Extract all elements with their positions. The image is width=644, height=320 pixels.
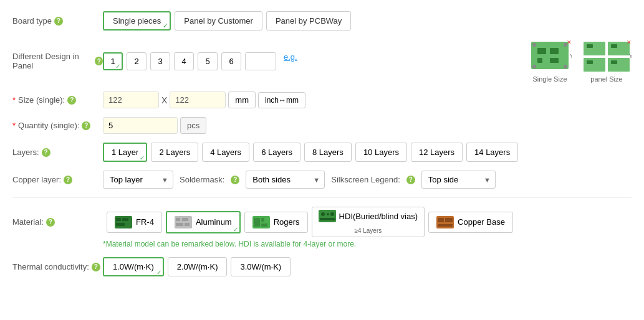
different-design-label: Different Design in Panel ? <box>12 52 103 70</box>
quantity-label: * Quantity (single): ? <box>12 121 103 130</box>
svg-rect-5 <box>537 48 546 54</box>
copper-base-icon <box>436 216 454 228</box>
material-rogers-label: Rogers <box>274 217 300 227</box>
layer-10[interactable]: 10 Layers <box>355 143 407 162</box>
design-num-4[interactable]: 4 <box>174 52 194 70</box>
thermal-row: Thermal conductivity: ? 1.0W/(m·K) 2.0W/… <box>12 257 632 276</box>
svg-rect-6 <box>550 48 559 54</box>
size-x-separator: X <box>161 95 167 105</box>
divider <box>12 197 632 198</box>
size-label: * Size (single): ? <box>12 95 103 105</box>
design-num-2[interactable]: 2 <box>127 52 147 70</box>
rogers-icon <box>252 216 270 228</box>
layers-label: Layers: ? <box>12 148 103 157</box>
material-aluminum[interactable]: Aluminum <box>166 211 241 233</box>
thermal-3[interactable]: 3.0W/(m·K) <box>231 257 291 276</box>
board-type-help-icon[interactable]: ? <box>54 17 63 26</box>
svg-point-35 <box>321 212 325 216</box>
panel-size-svg: ✕ Y <box>582 39 632 73</box>
size-inputs: X mm inch↔mm <box>103 92 305 108</box>
layers-help-icon[interactable]: ? <box>42 148 50 157</box>
different-design-help-icon[interactable]: ? <box>95 57 103 65</box>
svg-rect-27 <box>182 218 188 221</box>
material-copper-base[interactable]: Copper Base <box>428 212 513 233</box>
design-num-custom[interactable] <box>245 52 276 70</box>
pcb-preview: ✕ Y Single Size <box>528 39 632 83</box>
different-design-options: 1 2 3 4 5 6 e.g. <box>103 52 297 70</box>
copper-layer-label: Copper layer: ? <box>12 175 103 184</box>
thermal-1[interactable]: 1.0W/(m·K) <box>103 257 164 276</box>
svg-rect-38 <box>320 218 335 220</box>
quantity-help-icon[interactable]: ? <box>82 121 90 130</box>
layer-14[interactable]: 14 Layers <box>466 143 518 162</box>
design-num-3[interactable]: 3 <box>150 52 170 70</box>
material-note: *Material model can be remarked below. H… <box>103 240 356 248</box>
soldermask-help-icon[interactable]: ? <box>231 176 239 184</box>
silkscreen-select-wrapper: Top side Bottom side Both sides No silks… <box>421 171 496 189</box>
size-help-icon[interactable]: ? <box>67 96 76 105</box>
svg-rect-24 <box>116 223 125 226</box>
material-copper-base-label: Copper Base <box>458 217 505 227</box>
svg-point-37 <box>330 212 334 216</box>
design-num-6[interactable]: 6 <box>221 52 241 70</box>
size-row: * Size (single): ? X mm inch↔mm <box>12 92 632 108</box>
layer-12[interactable]: 12 Layers <box>411 143 463 162</box>
svg-text:✕: ✕ <box>567 39 572 45</box>
panel-size-label: panel Size <box>590 75 622 83</box>
size-width-input[interactable] <box>103 92 159 108</box>
layers-row: Layers: ? 1 Layer 2 Layers 4 Layers 6 La… <box>12 143 632 162</box>
board-type-panel-pcbway[interactable]: Panel by PCBWay <box>266 11 351 31</box>
panel-size-preview: ✕ Y panel Size <box>582 39 632 83</box>
svg-text:✕: ✕ <box>627 39 632 45</box>
size-unit-mm[interactable]: mm <box>228 92 256 108</box>
material-help-icon[interactable]: ? <box>46 218 55 227</box>
svg-rect-26 <box>176 218 180 221</box>
soldermask-select[interactable]: Both sides Top side Bottom side No solde… <box>246 171 325 189</box>
layers-options: 1 Layer 2 Layers 4 Layers 6 Layers 8 Lay… <box>103 143 518 162</box>
board-type-options: Single pieces Panel by Customer Panel by… <box>103 11 351 31</box>
layer-6[interactable]: 6 Layers <box>253 143 300 162</box>
svg-rect-13 <box>584 58 605 72</box>
layer-1[interactable]: 1 Layer <box>103 143 147 162</box>
material-fr4-label: FR-4 <box>136 217 154 227</box>
thermal-2[interactable]: 2.0W/(m·K) <box>168 257 228 276</box>
layer-2[interactable]: 2 Layers <box>151 143 198 162</box>
material-hdi[interactable]: HDI(Buried/blind vias) ≥4 Layers <box>312 207 425 237</box>
layer-4[interactable]: 4 Layers <box>202 143 249 162</box>
thermal-options: 1.0W/(m·K) 2.0W/(m·K) 3.0W/(m·K) <box>103 257 291 276</box>
silkscreen-select[interactable]: Top side Bottom side Both sides No silks… <box>421 171 496 189</box>
copper-layer-select[interactable]: Top layer Bottom layer Both sides <box>103 171 173 189</box>
material-rogers[interactable]: Rogers <box>244 212 308 233</box>
single-size-svg: ✕ Y <box>528 39 572 73</box>
board-type-panel-customer[interactable]: Panel by Customer <box>175 11 262 31</box>
quantity-input[interactable] <box>103 117 178 134</box>
layer-8[interactable]: 8 Layers <box>304 143 352 162</box>
design-num-1[interactable]: 1 <box>103 52 123 70</box>
svg-point-36 <box>327 213 329 215</box>
material-row: Material: ? FR-4 <box>12 207 632 248</box>
svg-rect-16 <box>611 44 617 48</box>
size-convert-btn[interactable]: inch↔mm <box>258 92 305 108</box>
design-num-5[interactable]: 5 <box>198 52 218 70</box>
svg-rect-22 <box>116 218 121 221</box>
material-aluminum-label: Aluminum <box>196 217 232 227</box>
soldermask-label: Soldermask: <box>180 175 224 184</box>
svg-rect-33 <box>261 224 267 227</box>
size-height-input[interactable] <box>170 92 226 108</box>
eg-link[interactable]: e.g. <box>284 52 297 70</box>
board-type-single-pieces[interactable]: Single pieces <box>103 11 171 31</box>
quantity-inputs: pcs <box>103 117 206 134</box>
svg-rect-42 <box>438 224 453 227</box>
silkscreen-help-icon[interactable]: ? <box>406 176 415 184</box>
svg-rect-40 <box>438 218 444 222</box>
single-size-preview: ✕ Y Single Size <box>528 39 572 83</box>
material-fr4[interactable]: FR-4 <box>107 212 162 233</box>
copper-help-icon[interactable]: ? <box>64 176 72 184</box>
svg-rect-0 <box>531 42 569 69</box>
quantity-row: * Quantity (single): ? pcs <box>12 117 632 134</box>
thermal-help-icon[interactable]: ? <box>92 263 100 271</box>
svg-point-3 <box>532 65 536 68</box>
svg-rect-31 <box>254 218 260 227</box>
svg-rect-28 <box>176 223 183 226</box>
material-hdi-label: HDI(Buried/blind vias) <box>339 212 418 221</box>
